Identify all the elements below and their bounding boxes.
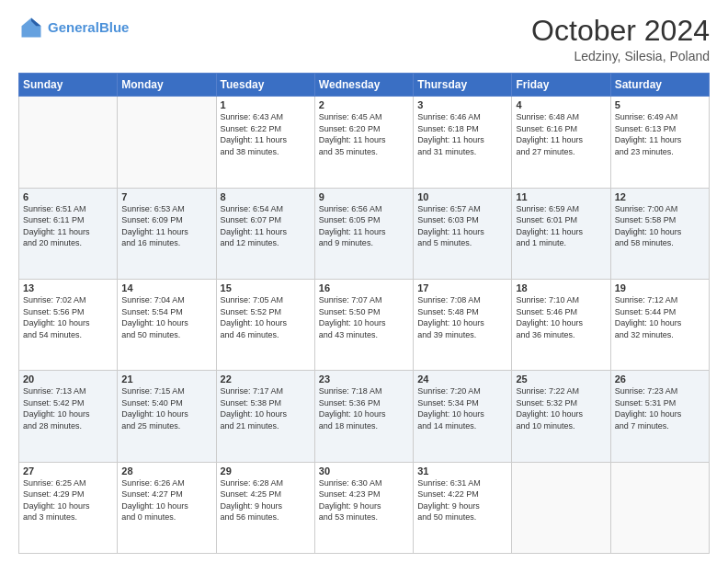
day-number: 21 bbox=[121, 373, 211, 385]
day-number: 3 bbox=[417, 99, 507, 110]
main-title: October 2024 bbox=[531, 15, 710, 47]
calendar-cell: 6Sunrise: 6:51 AM Sunset: 6:11 PM Daylig… bbox=[19, 188, 118, 279]
day-info: Sunrise: 6:56 AM Sunset: 6:05 PM Dayligh… bbox=[319, 203, 409, 249]
calendar-cell: 22Sunrise: 7:17 AM Sunset: 5:38 PM Dayli… bbox=[216, 371, 314, 462]
day-info: Sunrise: 6:49 AM Sunset: 6:13 PM Dayligh… bbox=[615, 111, 705, 157]
header: GeneralBlue October 2024 Ledziny, Silesi… bbox=[18, 15, 710, 63]
calendar-header-tuesday: Tuesday bbox=[216, 74, 314, 97]
day-number: 19 bbox=[615, 282, 705, 293]
day-info: Sunrise: 7:17 AM Sunset: 5:38 PM Dayligh… bbox=[221, 385, 311, 431]
calendar-cell: 15Sunrise: 7:05 AM Sunset: 5:52 PM Dayli… bbox=[216, 279, 314, 370]
calendar-header-saturday: Saturday bbox=[610, 74, 709, 97]
calendar-cell bbox=[19, 97, 118, 188]
calendar-row-0: 1Sunrise: 6:43 AM Sunset: 6:22 PM Daylig… bbox=[19, 97, 710, 188]
calendar-header-friday: Friday bbox=[512, 74, 610, 97]
calendar-cell: 11Sunrise: 6:59 AM Sunset: 6:01 PM Dayli… bbox=[512, 188, 610, 279]
calendar-cell: 25Sunrise: 7:22 AM Sunset: 5:32 PM Dayli… bbox=[512, 371, 610, 462]
day-number: 30 bbox=[319, 465, 409, 477]
day-number: 7 bbox=[121, 191, 211, 202]
day-number: 1 bbox=[221, 99, 311, 110]
calendar-cell: 9Sunrise: 6:56 AM Sunset: 6:05 PM Daylig… bbox=[314, 188, 413, 279]
day-info: Sunrise: 7:05 AM Sunset: 5:52 PM Dayligh… bbox=[221, 294, 311, 340]
calendar-cell: 18Sunrise: 7:10 AM Sunset: 5:46 PM Dayli… bbox=[512, 279, 610, 370]
day-number: 26 bbox=[615, 373, 705, 385]
calendar-cell: 26Sunrise: 7:23 AM Sunset: 5:31 PM Dayli… bbox=[610, 371, 709, 462]
calendar-cell bbox=[610, 462, 709, 553]
day-number: 4 bbox=[516, 99, 606, 110]
calendar-header-row: SundayMondayTuesdayWednesdayThursdayFrid… bbox=[19, 74, 710, 97]
day-number: 28 bbox=[121, 465, 211, 477]
logo-line2: Blue bbox=[99, 19, 130, 35]
calendar-cell: 27Sunrise: 6:25 AM Sunset: 4:29 PM Dayli… bbox=[19, 462, 118, 553]
day-info: Sunrise: 6:57 AM Sunset: 6:03 PM Dayligh… bbox=[417, 203, 507, 249]
day-number: 6 bbox=[23, 191, 113, 202]
day-info: Sunrise: 6:25 AM Sunset: 4:29 PM Dayligh… bbox=[23, 477, 113, 523]
calendar-cell: 5Sunrise: 6:49 AM Sunset: 6:13 PM Daylig… bbox=[610, 97, 709, 188]
day-info: Sunrise: 6:46 AM Sunset: 6:18 PM Dayligh… bbox=[417, 111, 507, 157]
calendar-cell: 4Sunrise: 6:48 AM Sunset: 6:16 PM Daylig… bbox=[512, 97, 610, 188]
day-number: 24 bbox=[417, 373, 507, 385]
day-number: 23 bbox=[319, 373, 409, 385]
calendar-cell: 14Sunrise: 7:04 AM Sunset: 5:54 PM Dayli… bbox=[118, 279, 216, 370]
calendar-row-4: 27Sunrise: 6:25 AM Sunset: 4:29 PM Dayli… bbox=[19, 462, 710, 553]
calendar-header-sunday: Sunday bbox=[19, 74, 118, 97]
day-number: 12 bbox=[615, 191, 705, 202]
day-info: Sunrise: 6:45 AM Sunset: 6:20 PM Dayligh… bbox=[319, 111, 409, 157]
day-number: 17 bbox=[417, 282, 507, 293]
day-info: Sunrise: 7:08 AM Sunset: 5:48 PM Dayligh… bbox=[417, 294, 507, 340]
calendar-cell: 1Sunrise: 6:43 AM Sunset: 6:22 PM Daylig… bbox=[216, 97, 314, 188]
logo-icon bbox=[18, 15, 44, 40]
day-info: Sunrise: 6:31 AM Sunset: 4:22 PM Dayligh… bbox=[417, 477, 507, 523]
day-number: 11 bbox=[516, 191, 606, 202]
day-number: 16 bbox=[319, 282, 409, 293]
logo-text: GeneralBlue bbox=[48, 20, 129, 36]
calendar-cell: 29Sunrise: 6:28 AM Sunset: 4:25 PM Dayli… bbox=[216, 462, 314, 553]
day-info: Sunrise: 7:04 AM Sunset: 5:54 PM Dayligh… bbox=[121, 294, 211, 340]
calendar-cell: 16Sunrise: 7:07 AM Sunset: 5:50 PM Dayli… bbox=[314, 279, 413, 370]
day-info: Sunrise: 6:51 AM Sunset: 6:11 PM Dayligh… bbox=[23, 203, 113, 249]
day-number: 27 bbox=[23, 465, 113, 477]
day-info: Sunrise: 7:13 AM Sunset: 5:42 PM Dayligh… bbox=[23, 385, 113, 431]
day-info: Sunrise: 6:43 AM Sunset: 6:22 PM Dayligh… bbox=[221, 111, 311, 157]
subtitle: Ledziny, Silesia, Poland bbox=[531, 49, 710, 63]
day-number: 22 bbox=[221, 373, 311, 385]
day-number: 2 bbox=[319, 99, 409, 110]
calendar-cell: 19Sunrise: 7:12 AM Sunset: 5:44 PM Dayli… bbox=[610, 279, 709, 370]
logo: GeneralBlue bbox=[18, 15, 129, 40]
calendar-row-3: 20Sunrise: 7:13 AM Sunset: 5:42 PM Dayli… bbox=[19, 371, 710, 462]
day-number: 20 bbox=[23, 373, 113, 385]
day-info: Sunrise: 7:23 AM Sunset: 5:31 PM Dayligh… bbox=[615, 385, 705, 431]
calendar-cell: 30Sunrise: 6:30 AM Sunset: 4:23 PM Dayli… bbox=[314, 462, 413, 553]
day-info: Sunrise: 6:30 AM Sunset: 4:23 PM Dayligh… bbox=[319, 477, 409, 523]
calendar-cell: 23Sunrise: 7:18 AM Sunset: 5:36 PM Dayli… bbox=[314, 371, 413, 462]
calendar-cell: 13Sunrise: 7:02 AM Sunset: 5:56 PM Dayli… bbox=[19, 279, 118, 370]
day-number: 8 bbox=[221, 191, 311, 202]
calendar-header-monday: Monday bbox=[118, 74, 216, 97]
day-number: 14 bbox=[121, 282, 211, 293]
day-info: Sunrise: 6:28 AM Sunset: 4:25 PM Dayligh… bbox=[221, 477, 311, 523]
day-number: 9 bbox=[319, 191, 409, 202]
day-number: 31 bbox=[417, 465, 507, 477]
calendar-cell: 3Sunrise: 6:46 AM Sunset: 6:18 PM Daylig… bbox=[414, 97, 512, 188]
calendar-cell: 7Sunrise: 6:53 AM Sunset: 6:09 PM Daylig… bbox=[118, 188, 216, 279]
calendar-cell: 24Sunrise: 7:20 AM Sunset: 5:34 PM Dayli… bbox=[414, 371, 512, 462]
day-number: 29 bbox=[221, 465, 311, 477]
day-number: 10 bbox=[417, 191, 507, 202]
day-number: 18 bbox=[516, 282, 606, 293]
day-info: Sunrise: 6:53 AM Sunset: 6:09 PM Dayligh… bbox=[121, 203, 211, 249]
day-info: Sunrise: 6:26 AM Sunset: 4:27 PM Dayligh… bbox=[121, 477, 211, 523]
calendar-cell bbox=[512, 462, 610, 553]
calendar-cell: 20Sunrise: 7:13 AM Sunset: 5:42 PM Dayli… bbox=[19, 371, 118, 462]
day-info: Sunrise: 6:54 AM Sunset: 6:07 PM Dayligh… bbox=[221, 203, 311, 249]
calendar-cell bbox=[118, 97, 216, 188]
calendar-cell: 31Sunrise: 6:31 AM Sunset: 4:22 PM Dayli… bbox=[414, 462, 512, 553]
calendar-cell: 17Sunrise: 7:08 AM Sunset: 5:48 PM Dayli… bbox=[414, 279, 512, 370]
calendar-header-thursday: Thursday bbox=[414, 74, 512, 97]
day-info: Sunrise: 7:18 AM Sunset: 5:36 PM Dayligh… bbox=[319, 385, 409, 431]
day-number: 13 bbox=[23, 282, 113, 293]
calendar-cell: 2Sunrise: 6:45 AM Sunset: 6:20 PM Daylig… bbox=[314, 97, 413, 188]
day-info: Sunrise: 6:48 AM Sunset: 6:16 PM Dayligh… bbox=[516, 111, 606, 157]
calendar-cell: 12Sunrise: 7:00 AM Sunset: 5:58 PM Dayli… bbox=[610, 188, 709, 279]
page: GeneralBlue October 2024 Ledziny, Silesi… bbox=[0, 0, 728, 563]
day-info: Sunrise: 7:10 AM Sunset: 5:46 PM Dayligh… bbox=[516, 294, 606, 340]
